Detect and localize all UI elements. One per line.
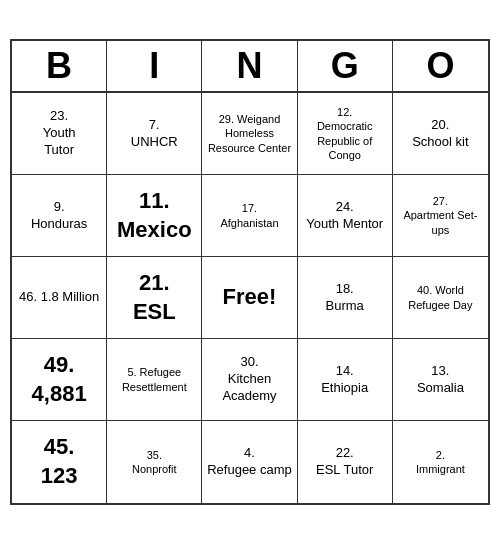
bingo-cell-15[interactable]: 49. 4,881 <box>12 339 107 421</box>
bingo-grid: 23. Youth Tutor7. UNHCR29. Weigand Homel… <box>12 93 488 503</box>
bingo-cell-2[interactable]: 29. Weigand Homeless Resource Center <box>202 93 297 175</box>
bingo-letter-n: N <box>202 41 297 91</box>
bingo-letter-i: I <box>107 41 202 91</box>
bingo-cell-0[interactable]: 23. Youth Tutor <box>12 93 107 175</box>
bingo-cell-1[interactable]: 7. UNHCR <box>107 93 202 175</box>
bingo-cell-11[interactable]: 21. ESL <box>107 257 202 339</box>
bingo-cell-4[interactable]: 20. School kit <box>393 93 488 175</box>
bingo-cell-7[interactable]: 17. Afghanistan <box>202 175 297 257</box>
bingo-cell-16[interactable]: 5. Refugee Resettlement <box>107 339 202 421</box>
bingo-header: BINGO <box>12 41 488 93</box>
bingo-cell-21[interactable]: 35. Nonprofit <box>107 421 202 503</box>
bingo-cell-20[interactable]: 45. 123 <box>12 421 107 503</box>
bingo-cell-9[interactable]: 27. Apartment Set-ups <box>393 175 488 257</box>
bingo-cell-23[interactable]: 22. ESL Tutor <box>298 421 393 503</box>
bingo-cell-10[interactable]: 46. 1.8 Million <box>12 257 107 339</box>
bingo-letter-o: O <box>393 41 488 91</box>
bingo-cell-3[interactable]: 12. Democratic Republic of Congo <box>298 93 393 175</box>
bingo-cell-24[interactable]: 2. Immigrant <box>393 421 488 503</box>
bingo-cell-17[interactable]: 30. Kitchen Academy <box>202 339 297 421</box>
bingo-cell-18[interactable]: 14. Ethiopia <box>298 339 393 421</box>
bingo-cell-12[interactable]: Free! <box>202 257 297 339</box>
bingo-cell-22[interactable]: 4. Refugee camp <box>202 421 297 503</box>
bingo-cell-14[interactable]: 40. World Refugee Day <box>393 257 488 339</box>
bingo-letter-b: B <box>12 41 107 91</box>
bingo-cell-5[interactable]: 9. Honduras <box>12 175 107 257</box>
bingo-cell-19[interactable]: 13. Somalia <box>393 339 488 421</box>
bingo-letter-g: G <box>298 41 393 91</box>
bingo-cell-13[interactable]: 18. Burma <box>298 257 393 339</box>
bingo-card: BINGO 23. Youth Tutor7. UNHCR29. Weigand… <box>10 39 490 505</box>
bingo-cell-6[interactable]: 11. Mexico <box>107 175 202 257</box>
bingo-cell-8[interactable]: 24. Youth Mentor <box>298 175 393 257</box>
